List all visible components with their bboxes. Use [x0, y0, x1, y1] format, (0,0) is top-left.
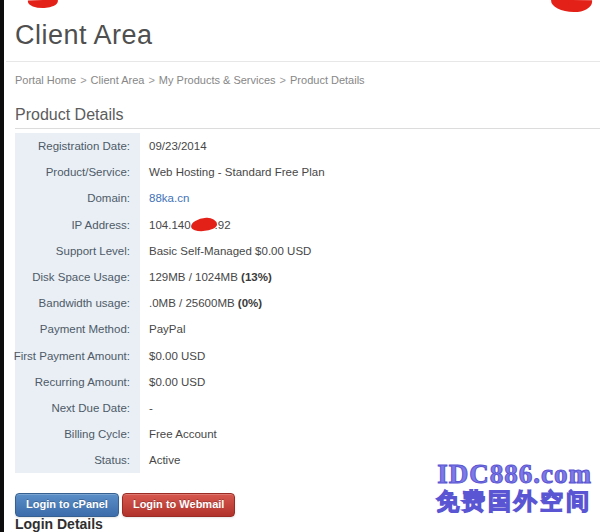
detail-row: First Payment Amount:$0.00 USD — [15, 343, 585, 369]
value-text: - — [149, 402, 153, 414]
value-text: $0.00 USD — [149, 350, 205, 362]
value-text: $0.00 USD — [149, 376, 205, 388]
redaction-scribble-top-right — [551, 0, 592, 12]
detail-row: Next Due Date:- — [15, 395, 585, 421]
page-title: Client Area — [15, 20, 153, 51]
detail-row: Registration Date:09/23/2014 — [15, 133, 585, 159]
detail-row: Disk Space Usage:129MB / 1024MB (13%) — [15, 264, 585, 290]
domain-link[interactable]: 88ka.cn — [149, 192, 189, 204]
value-text: 129MB / 1024MB — [149, 271, 241, 283]
detail-label: Domain: — [15, 185, 140, 211]
detail-row: Bandwidth usage:.0MB / 25600MB (0%) — [15, 290, 585, 316]
breadcrumb-item[interactable]: Client Area — [91, 74, 145, 86]
breadcrumb-separator: > — [80, 74, 86, 86]
detail-label: Product/Service: — [15, 159, 140, 185]
detail-value: 104.140.92 — [140, 212, 231, 238]
detail-label: Registration Date: — [15, 133, 140, 159]
detail-label: First Payment Amount: — [15, 343, 140, 369]
detail-row: Recurring Amount:$0.00 USD — [15, 369, 585, 395]
breadcrumb-item[interactable]: My Products & Services — [159, 74, 276, 86]
login-to-webmail-button[interactable]: Login to Webmail — [122, 493, 235, 517]
detail-label: Support Level: — [15, 238, 140, 264]
detail-row: Payment Method:PayPal — [15, 316, 585, 342]
detail-value: - — [140, 395, 153, 421]
value-text: 09/23/2014 — [149, 140, 207, 152]
detail-row: Product/Service:Web Hosting - Standard F… — [15, 159, 585, 185]
login-to-cpanel-button[interactable]: Login to cPanel — [15, 493, 119, 517]
value-text: Web Hosting - Standard Free Plan — [149, 166, 325, 178]
detail-value: 88ka.cn — [140, 185, 189, 211]
value-text: Basic Self-Managed $0.00 USD — [149, 245, 311, 257]
product-details-table: Registration Date:09/23/2014Product/Serv… — [15, 133, 585, 473]
detail-value: Basic Self-Managed $0.00 USD — [140, 238, 311, 264]
detail-label: IP Address: — [15, 212, 140, 238]
redaction-scribble-top-left — [28, 0, 58, 9]
header-divider — [6, 61, 600, 62]
value-text: PayPal — [149, 323, 185, 335]
watermark-chinese-text: 免费国外空间 — [436, 488, 592, 517]
usage-percent: (13%) — [241, 271, 272, 283]
detail-value: .0MB / 25600MB (0%) — [140, 290, 262, 316]
usage-percent: (0%) — [238, 297, 262, 309]
redaction-scribble-ip — [190, 217, 217, 232]
detail-label: Billing Cycle: — [15, 421, 140, 447]
detail-row: Billing Cycle:Free Account — [15, 421, 585, 447]
value-text: 104.140 — [149, 219, 191, 231]
detail-row: Support Level:Basic Self-Managed $0.00 U… — [15, 238, 585, 264]
section-divider — [15, 128, 600, 129]
detail-value: $0.00 USD — [140, 369, 205, 395]
detail-value: Free Account — [140, 421, 217, 447]
section-title-login-details: Login Details — [15, 516, 103, 532]
detail-label: Next Due Date: — [15, 395, 140, 421]
breadcrumb-separator: > — [148, 74, 154, 86]
detail-value: 129MB / 1024MB (13%) — [140, 264, 272, 290]
detail-value: $0.00 USD — [140, 343, 205, 369]
detail-row: Domain:88ka.cn — [15, 185, 585, 211]
detail-label: Status: — [15, 447, 140, 473]
detail-row: Status:Active — [15, 447, 585, 473]
detail-label: Payment Method: — [15, 316, 140, 342]
detail-label: Disk Space Usage: — [15, 264, 140, 290]
breadcrumb: Portal Home>Client Area>My Products & Se… — [15, 74, 365, 86]
breadcrumb-item[interactable]: Portal Home — [15, 74, 76, 86]
value-text: Free Account — [149, 428, 217, 440]
detail-row: IP Address:104.140.92 — [15, 212, 585, 238]
detail-value: PayPal — [140, 316, 185, 342]
detail-value: Active — [140, 447, 180, 473]
value-text: .0MB / 25600MB — [149, 297, 238, 309]
detail-label: Bandwidth usage: — [15, 290, 140, 316]
value-text: Active — [149, 454, 180, 466]
detail-value: 09/23/2014 — [140, 133, 207, 159]
section-title-product-details: Product Details — [15, 106, 124, 124]
detail-label: Recurring Amount: — [15, 369, 140, 395]
breadcrumb-item[interactable]: Product Details — [290, 74, 365, 86]
action-buttons: Login to cPanel Login to Webmail — [15, 493, 235, 517]
screen-edge-artifact — [0, 0, 4, 532]
breadcrumb-separator: > — [280, 74, 286, 86]
client-area-page: { "page": { "title": "Client Area", "sec… — [0, 0, 600, 532]
detail-value: Web Hosting - Standard Free Plan — [140, 159, 325, 185]
